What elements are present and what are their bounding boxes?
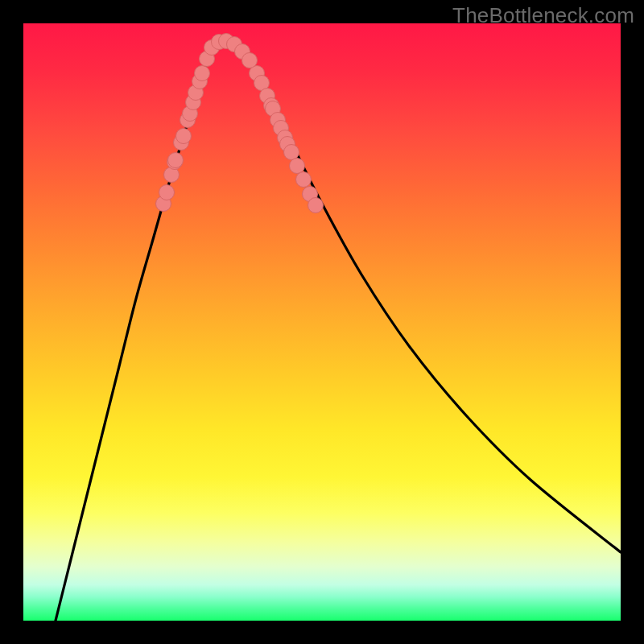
right-dot-13 xyxy=(308,198,324,213)
watermark-text: TheBottleneck.com xyxy=(452,3,634,28)
plot-area xyxy=(23,23,621,621)
right-dot-10 xyxy=(290,159,305,174)
bottom-dot-5 xyxy=(242,53,258,68)
left-dot-cluster xyxy=(156,52,215,212)
chart-svg xyxy=(23,23,621,621)
left-dot-12 xyxy=(195,66,210,81)
right-dot-9 xyxy=(284,145,299,160)
left-dot-6 xyxy=(176,129,192,144)
left-dot-1 xyxy=(159,185,175,200)
left-dot-4 xyxy=(168,153,184,168)
bottleneck-curve xyxy=(56,41,621,621)
right-dot-cluster xyxy=(250,66,324,213)
chart-frame: TheBottleneck.com xyxy=(0,0,644,644)
right-dot-11 xyxy=(296,172,312,188)
